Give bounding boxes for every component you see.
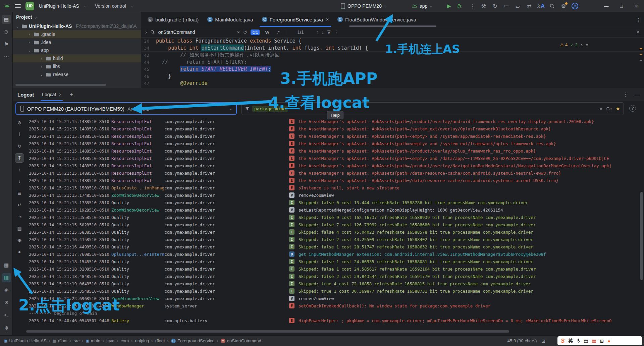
log-row[interactable]: 2025-10-14 15:21:15.150 8510-8510 OplusC… xyxy=(26,184,639,191)
breadcrumb-class[interactable]: C ForegroundService xyxy=(171,338,215,343)
tab-foregroundservice[interactable]: C ForegroundService.java × xyxy=(258,12,333,27)
restart-logcat-icon[interactable]: ↻ xyxy=(15,142,24,151)
scroll-to-end-icon[interactable]: ↧ xyxy=(15,154,24,162)
log-row[interactable]: 2025-10-14 15:21:17.760 8510-8510 OplusI… xyxy=(26,250,639,258)
log-row[interactable]: 2025-10-14 15:21:15.174 8510-8510 ZoomWi… xyxy=(26,191,639,199)
logcat-horizontal-scrollbar[interactable] xyxy=(26,330,509,333)
breadcrumb-rfloat[interactable]: rfloat xyxy=(155,338,165,343)
search-input[interactable]: onStartCommand xyxy=(158,30,234,35)
logcat-help-icon[interactable]: ? xyxy=(629,105,636,112)
more-tabs-icon[interactable]: ⋮ xyxy=(636,17,641,23)
breadcrumb-com[interactable]: com xyxy=(121,338,129,343)
log-row[interactable]: 2025-10-14 15:40:46.054 3507-9448 Batter… xyxy=(26,317,639,324)
split-panel-icon[interactable]: ▥ xyxy=(15,224,24,233)
logcat-tool-icon[interactable]: ▥ xyxy=(2,273,11,282)
account-avatar[interactable] xyxy=(569,1,581,11)
translate-icon[interactable]: 文A xyxy=(535,1,546,11)
search-options-icon[interactable]: ⋮ xyxy=(334,30,338,35)
screenshot-icon[interactable]: ◉ xyxy=(15,236,24,244)
version-control-selector[interactable]: Version control xyxy=(95,3,126,9)
log-row[interactable]: 2025-10-14 15:21:18.154 8510-8510 Qualit… xyxy=(26,258,639,265)
logcat-filter-field[interactable]: package:mine × Cc ★ xyxy=(241,102,624,115)
project-panel-title[interactable]: Project xyxy=(16,14,32,20)
clear-logcat-icon[interactable]: ⊘ xyxy=(15,118,24,127)
search-history-icon[interactable]: ↺ xyxy=(243,30,247,35)
scroll-up-icon[interactable]: ↑ xyxy=(15,165,24,174)
commit-tool-icon[interactable]: ⊙ xyxy=(2,27,11,37)
device-mirror-icon[interactable]: ⇄ xyxy=(524,1,535,11)
soft-wrap-icon[interactable]: ↵ xyxy=(15,200,24,209)
breadcrumb-uniplug[interactable]: uniplug xyxy=(135,338,149,343)
log-row[interactable]: 2025-10-14 15:21:15.148 8510-8510 Resour… xyxy=(26,140,639,147)
more-run-options-icon[interactable]: ⋮ xyxy=(467,1,479,11)
log-row[interactable]: 2025-10-14 15:21:15.148 8510-8510 Resour… xyxy=(26,169,639,177)
log-row[interactable]: 2025-10-14 15:21:18.484 8510-8510 Qualit… xyxy=(26,273,639,280)
code-line[interactable]: 46 } xyxy=(141,73,644,80)
log-row[interactable]: 2025-10-14 15:21:15.502 8510-8510 Qualit… xyxy=(26,221,639,228)
breadcrumb-src[interactable]: src xyxy=(74,338,79,343)
log-row[interactable]: 2025-10-14 15:21:15.148 8510-8510 Resour… xyxy=(26,177,639,184)
tab-build-gradle[interactable]: g build.gradle (:rfloat) xyxy=(143,12,203,27)
settings-icon[interactable]: ⚙ xyxy=(558,1,569,11)
log-row[interactable]: 2025-10-14 15:21:15.148 8510-8510 Resour… xyxy=(26,125,639,132)
regex-toggle[interactable]: .* xyxy=(275,30,282,35)
code-line[interactable]: 45 return START_REDELIVER_INTENT; xyxy=(141,66,644,73)
tree-item-build[interactable]: › build xyxy=(13,54,141,62)
project-selector[interactable]: UniPlugin-Hello-AS xyxy=(39,3,79,9)
breadcrumb-module[interactable]: ▦ rfloat xyxy=(53,338,67,343)
next-match-icon[interactable]: ↓ xyxy=(322,30,324,35)
close-logcat-tab-icon[interactable]: × xyxy=(59,92,61,97)
search-icon[interactable] xyxy=(150,30,155,35)
clear-filter-icon[interactable]: × xyxy=(600,106,602,111)
filter-search-icon[interactable]: ∇ xyxy=(327,30,330,35)
words-toggle[interactable]: W xyxy=(263,30,271,35)
log-row[interactable]: 2025-10-14 15:21:15.355 8510-8510 Qualit… xyxy=(26,214,639,221)
sync-project-icon[interactable]: ↻ xyxy=(489,1,501,11)
project-scrollbar[interactable] xyxy=(15,84,106,86)
inspections-widget[interactable]: ⚠ 4 ✓ 2 ∧ ∨ xyxy=(558,42,590,48)
previous-match-icon[interactable]: ↑ xyxy=(316,30,318,35)
tree-root[interactable]: ⌄ UniPlugin-Hello-AS F:\companyItem2\32_… xyxy=(13,22,141,30)
breadcrumb-method[interactable]: m onStartCommand xyxy=(221,338,261,343)
expand-search-icon[interactable]: › xyxy=(145,30,147,35)
restore-button[interactable]: □ xyxy=(614,0,629,12)
ime-toolbar[interactable]: S 英 ▤ ▦ ⊞ ● xyxy=(557,336,642,345)
new-logcat-tab-icon[interactable]: + xyxy=(69,91,73,98)
log-row[interactable]: 2025-10-14 15:21:18.320 8510-8510 Qualit… xyxy=(26,265,639,273)
main-menu-icon[interactable] xyxy=(15,4,21,8)
screen-record-icon[interactable]: ● xyxy=(15,247,24,256)
project-badge[interactable]: UP xyxy=(25,2,34,10)
log-row[interactable]: 2025-10-14 15:21:16.415 8510-8510 Qualit… xyxy=(26,236,639,243)
search-everywhere-icon[interactable] xyxy=(546,1,558,11)
project-tool-icon[interactable]: ▤ xyxy=(2,15,11,24)
logcat-tab[interactable]: Logcat × xyxy=(41,88,63,101)
logcat-options-icon[interactable]: ⋮ xyxy=(623,92,628,98)
build-variants-icon[interactable]: ≔ xyxy=(501,1,512,11)
sogou-icon[interactable]: S xyxy=(561,338,565,344)
breadcrumb-java[interactable]: java xyxy=(106,338,114,343)
log-row[interactable]: 2025-10-14 15:21:15.148 8510-8510 Resour… xyxy=(26,162,639,169)
caret-position[interactable]: 45:9 (30 chars) xyxy=(507,338,537,343)
hide-logcat-icon[interactable]: — xyxy=(634,92,639,98)
version-control-tool-icon[interactable]: ψ xyxy=(2,323,11,332)
match-case-toggle[interactable]: Cc xyxy=(251,30,260,35)
close-tab-icon[interactable]: × xyxy=(326,17,329,22)
next-problem-icon[interactable]: ∨ xyxy=(586,43,588,47)
problems-tool-icon[interactable]: ⊛ xyxy=(2,298,11,307)
tree-item-app[interactable]: ⌄ app xyxy=(13,46,141,54)
log-row[interactable]: 2025-10-14 15:21:15.583 8510-8510 Qualit… xyxy=(26,228,639,236)
run-config-selector[interactable]: app ⌄ xyxy=(412,0,433,12)
log-row[interactable]: 2025-10-14 15:21:23.696 8510-8510 ZoomWi… xyxy=(26,295,639,302)
debug-button[interactable] xyxy=(457,3,462,9)
log-row[interactable]: 2025-10-14 15:21:19.354 8510-8510 Qualit… xyxy=(26,287,639,295)
scroll-down-icon[interactable]: ↓ xyxy=(15,177,24,186)
tree-item-release[interactable]: ⌄ release xyxy=(13,70,141,78)
code-line[interactable]: 47 @Override xyxy=(141,80,644,87)
tree-item-gradle[interactable]: › .gradle xyxy=(13,30,141,38)
log-row[interactable]: 2025-10-14 15:21:15.148 8510-8510 Resour… xyxy=(26,132,639,140)
log-row[interactable]: 2025-10-14 15:21:23.700 1405-4394 Window… xyxy=(26,302,639,309)
logcat-panel-title[interactable]: Logcat xyxy=(17,92,34,98)
ime-toolbox-icon[interactable]: ▦ xyxy=(592,338,596,344)
bookmarks-tool-icon[interactable]: ⚑ xyxy=(2,40,11,49)
breadcrumb-project[interactable]: ▣ UniPlugin-Hello-AS xyxy=(4,338,47,343)
